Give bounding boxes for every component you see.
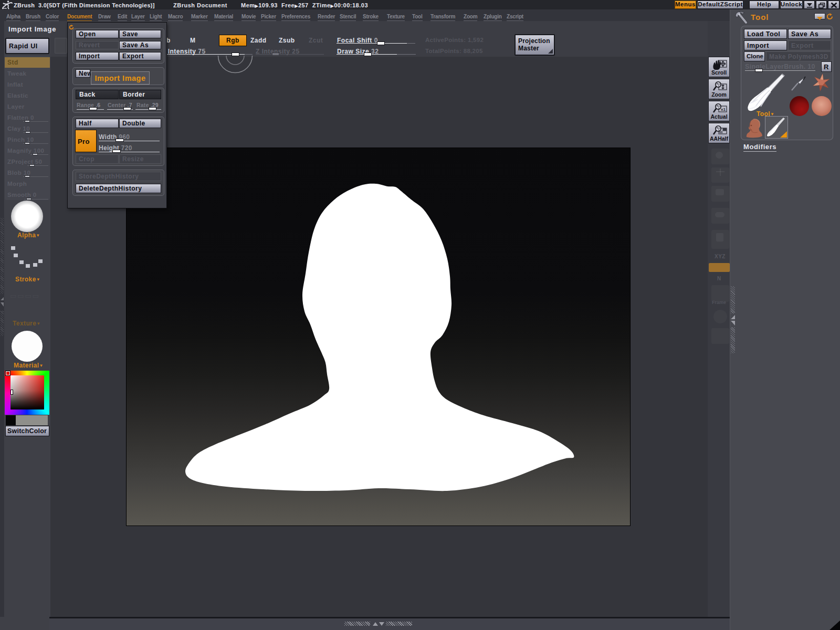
svg-text:x1: x1 [721,107,726,112]
